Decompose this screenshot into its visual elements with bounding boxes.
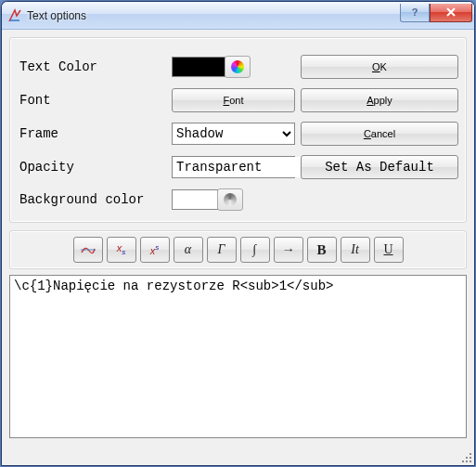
help-button[interactable]: ?: [400, 4, 430, 22]
curve-tool-button[interactable]: [73, 237, 103, 263]
ok-button[interactable]: OK: [301, 55, 458, 79]
italic-button[interactable]: It: [341, 237, 370, 263]
label-frame: Frame: [19, 126, 168, 141]
greek-upper-button[interactable]: Γ: [207, 237, 237, 263]
client-area: Text Color OK Font Font Apply Frame Shad…: [2, 30, 474, 465]
text-color-picker-button[interactable]: [225, 56, 251, 78]
superscript-button[interactable]: xs: [140, 237, 170, 263]
options-group: Text Color OK Font Font Apply Frame Shad…: [9, 37, 467, 223]
integral-button[interactable]: ∫: [240, 237, 270, 263]
text-editor[interactable]: [9, 275, 467, 438]
bg-color-swatch[interactable]: [172, 189, 218, 210]
set-default-button[interactable]: Set As Default: [301, 155, 458, 179]
arrow-button[interactable]: →: [274, 237, 303, 263]
format-toolbar: xs xs α Γ ∫ → B It U: [9, 230, 467, 269]
close-button[interactable]: [430, 4, 472, 22]
color-wheel-grey-icon: [224, 193, 237, 206]
subscript-button[interactable]: xs: [107, 237, 136, 263]
label-bgcolor: Background color: [19, 192, 168, 207]
label-opacity: Opacity: [19, 160, 168, 175]
cancel-button[interactable]: Cancel: [301, 122, 458, 146]
greek-lower-button[interactable]: α: [174, 237, 203, 263]
dialog-window: Text options ? Text Color OK Font: [1, 1, 475, 466]
apply-button[interactable]: Apply: [301, 88, 458, 112]
font-button[interactable]: Font: [172, 88, 295, 112]
text-color-swatch[interactable]: [172, 57, 225, 77]
label-text-color: Text Color: [19, 59, 168, 74]
label-font: Font: [19, 93, 168, 108]
resize-grip-icon[interactable]: [459, 450, 472, 463]
titlebar[interactable]: Text options ?: [2, 2, 474, 30]
opacity-spinner[interactable]: ▲ ▼: [172, 156, 295, 178]
bold-button[interactable]: B: [307, 237, 337, 263]
window-title: Text options: [27, 9, 400, 22]
bg-color-picker-button[interactable]: [217, 188, 243, 211]
color-wheel-icon: [231, 60, 244, 73]
frame-select[interactable]: Shadow: [172, 123, 295, 145]
underline-button[interactable]: U: [374, 237, 404, 263]
app-icon: [7, 8, 22, 23]
